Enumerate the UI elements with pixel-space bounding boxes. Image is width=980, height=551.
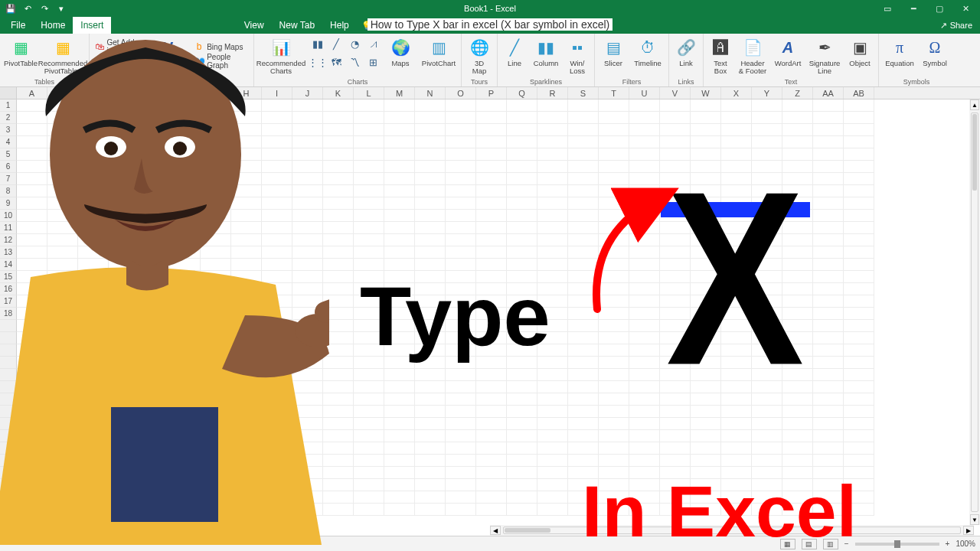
cell[interactable] [629, 246, 660, 259]
cell[interactable] [782, 246, 813, 259]
page-layout-view-button[interactable]: ▤ [802, 539, 817, 549]
cell[interactable] [109, 344, 139, 357]
row-header[interactable]: 8 [0, 185, 17, 197]
cell[interactable] [844, 320, 874, 332]
cell[interactable] [47, 161, 78, 173]
cell[interactable] [231, 491, 262, 504]
cell[interactable] [231, 161, 262, 173]
cell[interactable] [323, 99, 354, 112]
cell[interactable] [691, 381, 721, 393]
cell[interactable] [721, 112, 752, 124]
cell[interactable] [660, 467, 691, 479]
horizontal-scrollbar[interactable]: ◀ ▶ [490, 525, 974, 536]
cell[interactable] [384, 148, 415, 161]
cell[interactable] [568, 259, 599, 271]
cell[interactable] [507, 173, 537, 185]
column-header[interactable]: V [660, 87, 691, 99]
cell[interactable] [446, 442, 476, 455]
cell[interactable] [844, 99, 874, 112]
cell[interactable] [844, 406, 874, 418]
cell[interactable] [660, 332, 691, 344]
cell[interactable] [507, 381, 537, 393]
cell[interactable] [507, 283, 537, 295]
cell[interactable] [109, 234, 139, 246]
cell[interactable] [17, 148, 47, 161]
cell[interactable] [537, 148, 568, 161]
cell[interactable] [721, 332, 752, 344]
cell[interactable] [537, 99, 568, 112]
cell[interactable] [415, 161, 446, 173]
cell[interactable] [292, 259, 323, 271]
cell[interactable] [599, 234, 629, 246]
zoom-slider[interactable] [855, 543, 939, 546]
cell[interactable] [629, 430, 660, 442]
cell[interactable] [201, 259, 231, 271]
cell[interactable] [139, 246, 170, 259]
cell[interactable] [139, 504, 170, 516]
cell[interactable] [139, 124, 170, 136]
vertical-scrollbar[interactable]: ▲ ▼ [969, 99, 980, 525]
cell[interactable] [721, 148, 752, 161]
cell[interactable] [78, 234, 109, 246]
cell[interactable] [782, 320, 813, 332]
cell[interactable] [813, 504, 844, 516]
cell[interactable] [476, 381, 507, 393]
cell[interactable] [262, 357, 292, 369]
cell[interactable] [446, 467, 476, 479]
cell[interactable] [813, 271, 844, 283]
cell[interactable] [691, 455, 721, 467]
cell[interactable] [782, 222, 813, 234]
cell[interactable] [231, 210, 262, 222]
cell[interactable] [139, 381, 170, 393]
cell[interactable] [537, 185, 568, 197]
cell[interactable] [17, 320, 47, 332]
signature-line-button[interactable]: ✒ Signature Line [806, 35, 843, 75]
cell[interactable] [201, 455, 231, 467]
cell[interactable] [78, 491, 109, 504]
cell[interactable] [17, 246, 47, 259]
cell[interactable] [660, 234, 691, 246]
cell[interactable] [78, 369, 109, 381]
cell[interactable] [17, 357, 47, 369]
maps-button[interactable]: 🌍 Maps [386, 35, 415, 67]
line-chart-icon[interactable]: ╱ [328, 35, 345, 52]
cell[interactable] [507, 332, 537, 344]
object-button[interactable]: ▣ Object [844, 35, 875, 67]
cell[interactable] [629, 357, 660, 369]
cell[interactable] [78, 148, 109, 161]
cell[interactable] [139, 406, 170, 418]
cell[interactable] [446, 234, 476, 246]
cell[interactable] [721, 259, 752, 271]
cell[interactable] [568, 344, 599, 357]
cell[interactable] [262, 381, 292, 393]
cell[interactable] [384, 99, 415, 112]
cell[interactable] [47, 246, 78, 259]
cell[interactable] [813, 136, 844, 148]
cell[interactable] [231, 381, 262, 393]
cell[interactable] [231, 136, 262, 148]
cell[interactable] [537, 197, 568, 210]
cell[interactable] [201, 173, 231, 185]
cell[interactable] [201, 99, 231, 112]
cell[interactable] [752, 381, 782, 393]
column-header[interactable]: R [537, 87, 568, 99]
scroll-down-icon[interactable]: ▼ [970, 514, 979, 525]
cell[interactable] [354, 210, 384, 222]
cell[interactable] [78, 222, 109, 234]
cell[interactable] [599, 222, 629, 234]
cell[interactable] [537, 259, 568, 271]
cell[interactable] [323, 185, 354, 197]
cell[interactable] [476, 246, 507, 259]
cell[interactable] [721, 479, 752, 491]
cell[interactable] [537, 320, 568, 332]
cell[interactable] [201, 369, 231, 381]
cell[interactable] [323, 357, 354, 369]
row-header[interactable]: 16 [0, 283, 17, 295]
3d-map-button[interactable]: 🌐 3D Map [465, 35, 494, 75]
cell[interactable] [446, 112, 476, 124]
cell[interactable] [139, 222, 170, 234]
cell[interactable] [78, 344, 109, 357]
cell[interactable] [262, 271, 292, 283]
cell[interactable] [323, 491, 354, 504]
cell[interactable] [109, 295, 139, 308]
